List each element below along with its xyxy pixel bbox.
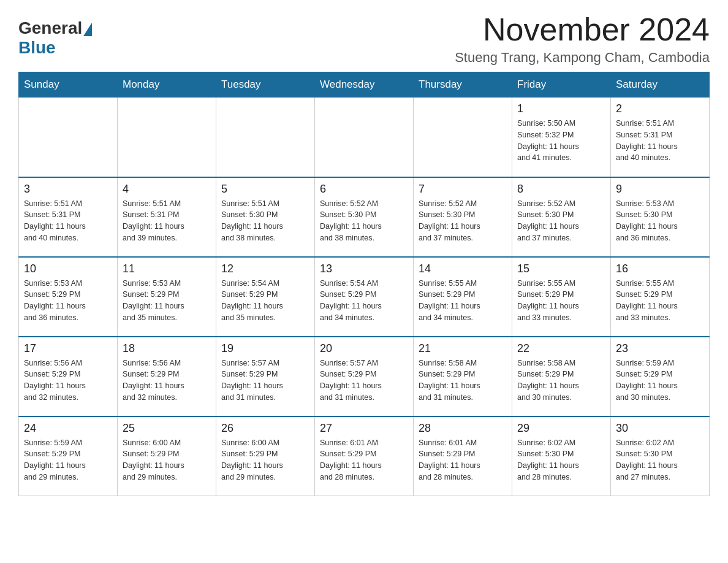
calendar-cell: 20Sunrise: 5:57 AM Sunset: 5:29 PM Dayli… [315, 337, 414, 416]
day-info: Sunrise: 5:52 AM Sunset: 5:30 PM Dayligh… [320, 198, 408, 244]
day-info: Sunrise: 5:59 AM Sunset: 5:29 PM Dayligh… [616, 358, 704, 404]
calendar-cell [414, 98, 512, 177]
day-number: 20 [320, 342, 408, 355]
weekday-header-friday: Friday [512, 72, 611, 98]
day-info: Sunrise: 5:59 AM Sunset: 5:29 PM Dayligh… [24, 437, 112, 483]
day-number: 29 [517, 422, 605, 435]
calendar-week-4: 17Sunrise: 5:56 AM Sunset: 5:29 PM Dayli… [19, 337, 710, 416]
day-number: 13 [320, 262, 408, 275]
calendar-cell: 2Sunrise: 5:51 AM Sunset: 5:31 PM Daylig… [611, 98, 710, 177]
day-info: Sunrise: 5:53 AM Sunset: 5:29 PM Dayligh… [123, 278, 211, 324]
day-info: Sunrise: 6:00 AM Sunset: 5:29 PM Dayligh… [123, 437, 211, 483]
day-number: 18 [123, 342, 211, 355]
day-number: 28 [419, 422, 507, 435]
month-title: November 2024 [455, 12, 710, 47]
day-info: Sunrise: 5:55 AM Sunset: 5:29 PM Dayligh… [419, 278, 507, 324]
weekday-header-wednesday: Wednesday [315, 72, 414, 98]
header: General Blue November 2024 Stueng Trang,… [18, 12, 710, 66]
day-number: 6 [320, 183, 408, 196]
day-info: Sunrise: 5:50 AM Sunset: 5:32 PM Dayligh… [517, 118, 605, 164]
day-number: 3 [24, 183, 112, 196]
day-number: 16 [616, 262, 704, 275]
calendar-cell: 9Sunrise: 5:53 AM Sunset: 5:30 PM Daylig… [611, 177, 710, 257]
day-info: Sunrise: 5:51 AM Sunset: 5:31 PM Dayligh… [616, 118, 704, 164]
day-info: Sunrise: 5:54 AM Sunset: 5:29 PM Dayligh… [320, 278, 408, 324]
weekday-header-thursday: Thursday [414, 72, 512, 98]
calendar-cell: 4Sunrise: 5:51 AM Sunset: 5:31 PM Daylig… [118, 177, 216, 257]
day-number: 4 [123, 183, 211, 196]
calendar-week-5: 24Sunrise: 5:59 AM Sunset: 5:29 PM Dayli… [19, 416, 710, 496]
day-number: 7 [419, 183, 507, 196]
day-info: Sunrise: 5:51 AM Sunset: 5:31 PM Dayligh… [24, 198, 112, 244]
day-number: 30 [616, 422, 704, 435]
day-number: 23 [616, 342, 704, 355]
calendar-cell: 16Sunrise: 5:55 AM Sunset: 5:29 PM Dayli… [611, 257, 710, 337]
day-number: 1 [517, 102, 605, 115]
day-number: 10 [24, 262, 112, 275]
calendar-cell: 3Sunrise: 5:51 AM Sunset: 5:31 PM Daylig… [19, 177, 118, 257]
day-info: Sunrise: 5:58 AM Sunset: 5:29 PM Dayligh… [419, 358, 507, 404]
calendar-cell: 5Sunrise: 5:51 AM Sunset: 5:30 PM Daylig… [216, 177, 315, 257]
calendar-cell: 27Sunrise: 6:01 AM Sunset: 5:29 PM Dayli… [315, 416, 414, 496]
day-number: 27 [320, 422, 408, 435]
day-info: Sunrise: 6:02 AM Sunset: 5:30 PM Dayligh… [616, 437, 704, 483]
calendar-cell: 10Sunrise: 5:53 AM Sunset: 5:29 PM Dayli… [19, 257, 118, 337]
calendar-cell: 7Sunrise: 5:52 AM Sunset: 5:30 PM Daylig… [414, 177, 512, 257]
day-info: Sunrise: 5:51 AM Sunset: 5:31 PM Dayligh… [123, 198, 211, 244]
day-number: 21 [419, 342, 507, 355]
calendar-cell: 18Sunrise: 5:56 AM Sunset: 5:29 PM Dayli… [118, 337, 216, 416]
day-info: Sunrise: 5:57 AM Sunset: 5:29 PM Dayligh… [221, 358, 309, 404]
day-info: Sunrise: 5:52 AM Sunset: 5:30 PM Dayligh… [419, 198, 507, 244]
weekday-header-saturday: Saturday [611, 72, 710, 98]
calendar-cell: 1Sunrise: 5:50 AM Sunset: 5:32 PM Daylig… [512, 98, 611, 177]
calendar-cell: 15Sunrise: 5:55 AM Sunset: 5:29 PM Dayli… [512, 257, 611, 337]
calendar-cell: 8Sunrise: 5:52 AM Sunset: 5:30 PM Daylig… [512, 177, 611, 257]
day-number: 17 [24, 342, 112, 355]
calendar-cell: 19Sunrise: 5:57 AM Sunset: 5:29 PM Dayli… [216, 337, 315, 416]
day-info: Sunrise: 6:02 AM Sunset: 5:30 PM Dayligh… [517, 437, 605, 483]
day-info: Sunrise: 6:00 AM Sunset: 5:29 PM Dayligh… [221, 437, 309, 483]
day-number: 22 [517, 342, 605, 355]
calendar-week-2: 3Sunrise: 5:51 AM Sunset: 5:31 PM Daylig… [19, 177, 710, 257]
day-info: Sunrise: 5:54 AM Sunset: 5:29 PM Dayligh… [221, 278, 309, 324]
calendar-week-1: 1Sunrise: 5:50 AM Sunset: 5:32 PM Daylig… [19, 98, 710, 177]
weekday-header-tuesday: Tuesday [216, 72, 315, 98]
day-number: 2 [616, 102, 704, 115]
calendar-cell: 14Sunrise: 5:55 AM Sunset: 5:29 PM Dayli… [414, 257, 512, 337]
day-info: Sunrise: 5:53 AM Sunset: 5:29 PM Dayligh… [24, 278, 112, 324]
day-info: Sunrise: 5:53 AM Sunset: 5:30 PM Dayligh… [616, 198, 704, 244]
calendar-cell: 25Sunrise: 6:00 AM Sunset: 5:29 PM Dayli… [118, 416, 216, 496]
calendar-cell: 21Sunrise: 5:58 AM Sunset: 5:29 PM Dayli… [414, 337, 512, 416]
calendar-cell: 13Sunrise: 5:54 AM Sunset: 5:29 PM Dayli… [315, 257, 414, 337]
calendar-cell [216, 98, 315, 177]
day-info: Sunrise: 5:57 AM Sunset: 5:29 PM Dayligh… [320, 358, 408, 404]
day-number: 5 [221, 183, 309, 196]
day-number: 12 [221, 262, 309, 275]
calendar-table: SundayMondayTuesdayWednesdayThursdayFrid… [18, 72, 710, 496]
calendar-cell [118, 98, 216, 177]
calendar-cell: 26Sunrise: 6:00 AM Sunset: 5:29 PM Dayli… [216, 416, 315, 496]
day-info: Sunrise: 5:55 AM Sunset: 5:29 PM Dayligh… [616, 278, 704, 324]
logo-general-text: General [18, 18, 82, 38]
day-number: 9 [616, 183, 704, 196]
logo-triangle-icon [83, 23, 92, 36]
day-info: Sunrise: 5:51 AM Sunset: 5:30 PM Dayligh… [221, 198, 309, 244]
day-info: Sunrise: 5:52 AM Sunset: 5:30 PM Dayligh… [517, 198, 605, 244]
calendar-cell [315, 98, 414, 177]
day-info: Sunrise: 5:56 AM Sunset: 5:29 PM Dayligh… [24, 358, 112, 404]
calendar-cell: 6Sunrise: 5:52 AM Sunset: 5:30 PM Daylig… [315, 177, 414, 257]
day-number: 14 [419, 262, 507, 275]
day-info: Sunrise: 5:56 AM Sunset: 5:29 PM Dayligh… [123, 358, 211, 404]
calendar-cell: 17Sunrise: 5:56 AM Sunset: 5:29 PM Dayli… [19, 337, 118, 416]
calendar-cell: 12Sunrise: 5:54 AM Sunset: 5:29 PM Dayli… [216, 257, 315, 337]
calendar-week-3: 10Sunrise: 5:53 AM Sunset: 5:29 PM Dayli… [19, 257, 710, 337]
title-area: November 2024 Stueng Trang, Kampong Cham… [455, 12, 710, 66]
day-number: 19 [221, 342, 309, 355]
calendar-cell: 28Sunrise: 6:01 AM Sunset: 5:29 PM Dayli… [414, 416, 512, 496]
day-number: 8 [517, 183, 605, 196]
day-number: 15 [517, 262, 605, 275]
day-info: Sunrise: 5:55 AM Sunset: 5:29 PM Dayligh… [517, 278, 605, 324]
calendar-cell: 24Sunrise: 5:59 AM Sunset: 5:29 PM Dayli… [19, 416, 118, 496]
calendar-cell: 11Sunrise: 5:53 AM Sunset: 5:29 PM Dayli… [118, 257, 216, 337]
day-number: 25 [123, 422, 211, 435]
